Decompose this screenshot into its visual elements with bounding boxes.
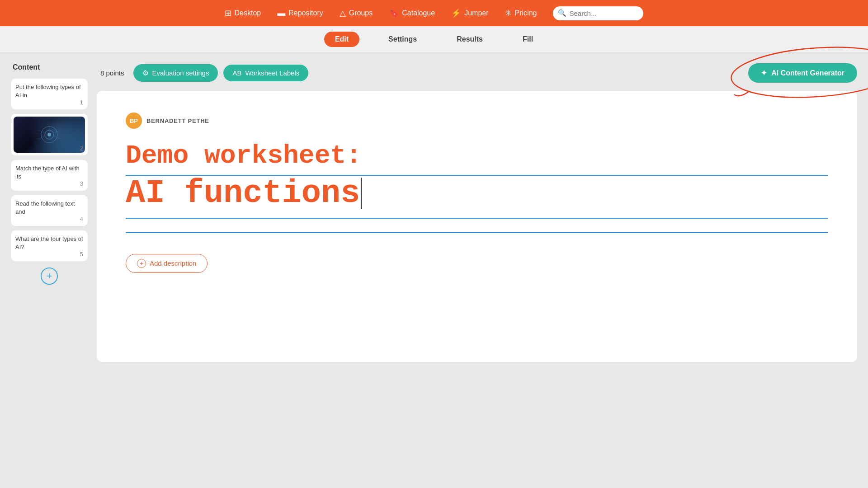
sidebar-item-1-num: 1 xyxy=(80,99,83,106)
sidebar-item-5-num: 5 xyxy=(80,251,83,258)
sidebar-item-2[interactable]: 2 xyxy=(11,114,88,155)
sidebar-item-4-num: 4 xyxy=(80,216,83,222)
search-input[interactable] xyxy=(553,6,643,20)
nav-repository-label: Repository xyxy=(288,9,323,17)
catalogue-icon: 🔖 xyxy=(389,8,399,18)
sidebar-item-2-num: 2 xyxy=(80,145,83,152)
nav-groups[interactable]: △ Groups xyxy=(340,8,373,18)
worksheet-subtitle[interactable]: AI functions xyxy=(126,176,828,219)
nav-jumper-label: Jumper xyxy=(464,9,488,17)
nav-jumper[interactable]: ⚡ Jumper xyxy=(451,8,488,18)
ai-button-wrapper: ✦ AI Content Generator xyxy=(748,63,857,83)
worksheet-title[interactable]: Demo worksheet: xyxy=(126,141,828,176)
nav-pricing[interactable]: ✳ Pricing xyxy=(505,8,537,18)
jumper-icon: ⚡ xyxy=(451,8,461,18)
pricing-icon: ✳ xyxy=(505,8,512,18)
toolbar: 8 points ⚙ Evaluation settings AB Worksh… xyxy=(97,63,857,83)
add-description-label: Add description xyxy=(150,259,196,267)
ai-sparkle-icon: ✦ xyxy=(761,69,767,77)
tab-settings[interactable]: Settings xyxy=(377,32,428,47)
sidebar-item-3[interactable]: Match the type of AI with its 3 xyxy=(11,160,88,191)
ai-btn-label: AI Content Generator xyxy=(771,69,844,77)
points-badge: 8 points xyxy=(97,69,128,77)
sidebar-item-4[interactable]: Read the following text and 4 xyxy=(11,195,88,226)
worksheet-card: BP BERNADETT PETHE Demo worksheet: AI fu… xyxy=(97,91,857,362)
nav-repository[interactable]: ▬ Repository xyxy=(277,9,323,18)
sidebar-item-4-text: Read the following text and xyxy=(15,200,83,216)
evaluation-settings-button[interactable]: ⚙ Evaluation settings xyxy=(133,64,218,82)
add-circle-icon: + xyxy=(41,267,58,285)
empty-divider-line xyxy=(126,232,828,233)
author-row: BP BERNADETT PETHE xyxy=(126,113,828,129)
nav-desktop[interactable]: ⊞ Desktop xyxy=(225,8,261,18)
nav-catalogue[interactable]: 🔖 Catalogue xyxy=(389,8,435,18)
groups-icon: △ xyxy=(340,8,346,18)
author-avatar: BP xyxy=(126,113,142,129)
labels-btn-label: Worksheet Labels xyxy=(245,69,299,77)
repository-icon: ▬ xyxy=(277,9,285,18)
sidebar: Content Put the following types of AI in… xyxy=(11,63,88,477)
tab-fill[interactable]: Fill xyxy=(512,32,544,47)
main-layout: Content Put the following types of AI in… xyxy=(0,52,868,488)
add-description-button[interactable]: + Add description xyxy=(126,254,208,273)
nav-desktop-label: Desktop xyxy=(235,9,261,17)
sidebar-item-1-text: Put the following types of AI in xyxy=(15,83,83,99)
author-name: BERNADETT PETHE xyxy=(146,117,209,124)
desktop-icon: ⊞ xyxy=(225,8,231,18)
gear-icon: ⚙ xyxy=(142,69,149,77)
tab-results[interactable]: Results xyxy=(446,32,494,47)
tab-bar: Edit Settings Results Fill xyxy=(0,26,868,52)
sidebar-item-3-num: 3 xyxy=(80,180,83,187)
sidebar-item-1[interactable]: Put the following types of AI in 1 xyxy=(11,79,88,109)
tab-edit[interactable]: Edit xyxy=(324,32,359,47)
sidebar-item-5[interactable]: What are the four types of AI? 5 xyxy=(11,230,88,261)
labels-icon: AB xyxy=(232,69,241,77)
sidebar-item-2-image xyxy=(14,117,85,153)
sidebar-item-5-text: What are the four types of AI? xyxy=(15,235,83,251)
content-area: 8 points ⚙ Evaluation settings AB Worksh… xyxy=(97,63,857,477)
add-item-button[interactable]: + xyxy=(11,267,88,285)
ai-content-generator-button[interactable]: ✦ AI Content Generator xyxy=(748,63,857,83)
search-wrapper: 🔍 xyxy=(553,6,643,20)
sidebar-item-3-text: Match the type of AI with its xyxy=(15,164,83,181)
nav-groups-label: Groups xyxy=(349,9,373,17)
worksheet-labels-button[interactable]: AB Worksheet Labels xyxy=(223,65,308,81)
nav-pricing-label: Pricing xyxy=(515,9,537,17)
text-cursor xyxy=(361,178,362,209)
evaluation-btn-label: Evaluation settings xyxy=(152,69,209,77)
worksheet-subtitle-text: AI functions xyxy=(126,176,360,211)
sidebar-title: Content xyxy=(11,63,88,71)
add-desc-icon: + xyxy=(137,259,146,268)
nav-catalogue-label: Catalogue xyxy=(402,9,435,17)
top-navigation: ⊞ Desktop ▬ Repository △ Groups 🔖 Catalo… xyxy=(0,0,868,26)
search-icon: 🔍 xyxy=(558,9,566,17)
